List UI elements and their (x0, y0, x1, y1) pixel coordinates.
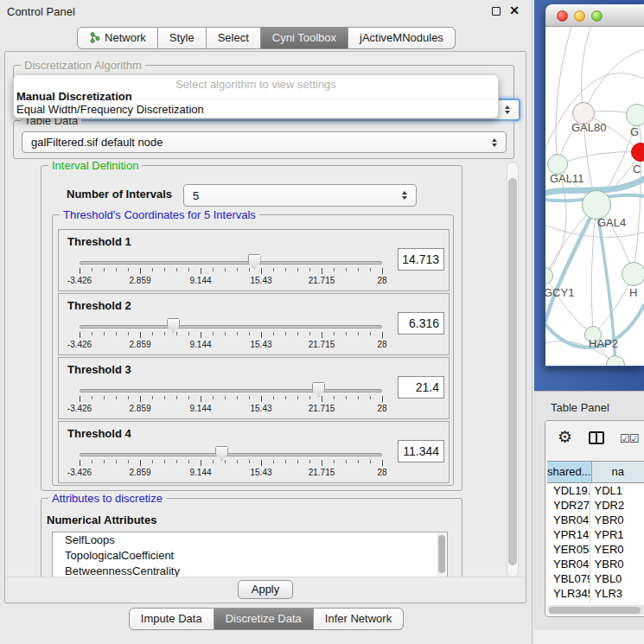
scrollbar-thumb[interactable] (508, 178, 517, 565)
table-row[interactable]: YER054CYER0 (547, 542, 644, 557)
tab-jactivemnodules[interactable]: jActiveMNodules (348, 27, 456, 49)
tick-mark (225, 268, 226, 271)
table-data-combo[interactable]: galFiltered.sif default node (22, 131, 507, 153)
gear-icon[interactable]: ⚙ (558, 429, 572, 445)
group-title: Attributes to discretize (48, 492, 166, 505)
number-of-intervals-combo[interactable]: 5 (183, 184, 417, 207)
tick-mark (140, 268, 141, 274)
network-node-g[interactable] (626, 104, 644, 126)
menu-item-manual-discretization[interactable]: Manual Discretization (16, 90, 132, 103)
tick-mark (346, 396, 347, 399)
tick-label: 21.715 (309, 468, 335, 477)
tick-mark (128, 268, 129, 271)
tab-label: Select (218, 31, 249, 44)
tick-label: 9.144 (189, 404, 211, 413)
tab-cyni-toolbox[interactable]: Cyni Toolbox (261, 27, 348, 49)
tick-mark (297, 332, 298, 335)
threshold-value-field[interactable]: 11.344 (398, 440, 444, 462)
threshold-value-field[interactable]: 14.713 (398, 248, 444, 271)
attribute-item-topologicalcoefficient[interactable]: TopologicalCoefficient (53, 548, 447, 564)
table-cell: YLR345W (547, 586, 590, 601)
tick-mark (297, 396, 298, 399)
tick-mark (237, 396, 238, 399)
network-node-c[interactable] (631, 143, 644, 162)
table-row[interactable]: YBR045CYBR0 (547, 557, 644, 571)
network-node-h[interactable] (622, 262, 644, 286)
tick-mark (188, 460, 189, 463)
threshold-label: Threshold 1 (67, 235, 131, 248)
tick-mark (92, 396, 92, 399)
tick-mark (104, 396, 105, 399)
slider-track[interactable] (80, 261, 382, 265)
tick-label: 2.859 (129, 276, 150, 285)
table-row[interactable]: YIL052CYIL0 (547, 601, 644, 604)
attribute-item-selfloops[interactable]: SelfLoops (53, 532, 447, 548)
split-columns-icon[interactable] (589, 431, 604, 444)
table-row[interactable]: YDR27...YDR2 (547, 498, 644, 513)
tab-network[interactable]: Network (77, 27, 158, 49)
threshold-value-field[interactable]: 21.4 (398, 376, 444, 399)
attribute-item-betweennesscentrality[interactable]: BetweennessCentrality (53, 564, 447, 577)
minimize-traffic-light[interactable] (574, 10, 585, 22)
tick-mark (104, 460, 105, 463)
node-label-gal4: GAL4 (597, 216, 626, 229)
tab-infer-network[interactable]: Infer Network (314, 608, 404, 630)
tick-mark (382, 332, 383, 338)
tab-style[interactable]: Style (158, 27, 207, 49)
menu-item-equal-width-frequency[interactable]: Equal Width/Frequency Discretization (16, 103, 204, 116)
tick-mark (273, 460, 274, 463)
slider-track[interactable] (80, 325, 382, 328)
float-window-icon[interactable] (492, 7, 501, 16)
tick-mark (80, 460, 80, 466)
slider-thumb[interactable] (167, 318, 180, 333)
thresholds-group: Threshold's Coordinates for 5 Intervals … (52, 214, 454, 486)
panel-scrollbar[interactable] (507, 162, 519, 577)
apply-button[interactable]: Apply (238, 580, 294, 599)
tab-discretize-data[interactable]: Discretize Data (214, 608, 314, 630)
interval-definition-group: Interval Definition Number of Intervals … (41, 165, 462, 491)
control-panel-titlebar: Control Panel ✕ (0, 0, 532, 22)
slider-thumb[interactable] (215, 446, 228, 461)
slider-track[interactable] (80, 389, 382, 392)
scrollbar-thumb[interactable] (438, 535, 445, 573)
network-node-gal4[interactable] (582, 190, 611, 220)
table-cell: YIL0 (590, 601, 644, 604)
table-row[interactable]: YDL19...YDL1 (547, 483, 644, 498)
slider-thumb[interactable] (248, 254, 261, 269)
tick-mark (152, 332, 153, 335)
select-columns-icons[interactable]: ☑☑ (620, 432, 638, 445)
slider-track[interactable] (80, 453, 382, 456)
tick-mark (140, 396, 141, 402)
node-label-hap2: HAP2 (589, 337, 618, 350)
tick-mark (358, 396, 359, 399)
tick-label: 21.715 (309, 404, 335, 413)
tab-select[interactable]: Select (207, 27, 261, 49)
table-row[interactable]: YLR345WYLR3 (547, 586, 644, 601)
column-header-shared[interactable]: shared... (547, 462, 592, 482)
tab-label: Cyni Toolbox (272, 31, 336, 44)
tick-mark (309, 460, 310, 463)
column-header-na[interactable]: na (592, 462, 644, 482)
tick-label: 15.43 (250, 276, 271, 285)
threshold-value-field[interactable]: 6.316 (398, 312, 444, 335)
scrollbar-thumb[interactable] (549, 607, 641, 614)
slider-thumb[interactable] (312, 382, 325, 397)
tab-label: Network (105, 31, 146, 44)
table-row[interactable]: YPR145WYPR1 (547, 527, 644, 542)
list-scrollbar[interactable] (437, 533, 446, 577)
table-row[interactable]: YBL079WYBL0 (547, 571, 644, 586)
close-traffic-light[interactable] (557, 10, 568, 22)
tick-mark (128, 396, 129, 399)
tab-impute-data[interactable]: Impute Data (129, 608, 214, 630)
numerical-attributes-list[interactable]: SelfLoopsTopologicalCoefficientBetweenne… (52, 532, 448, 577)
tick-label: 2.859 (129, 340, 150, 349)
group-title: Discretization Algorithm (21, 59, 145, 72)
cyni-mode-tabs: Impute DataDiscretize DataInfer Network (0, 608, 532, 630)
zoom-traffic-light[interactable] (591, 10, 603, 22)
close-icon[interactable]: ✕ (509, 3, 520, 17)
tick-mark (370, 460, 371, 463)
horizontal-scrollbar[interactable] (547, 605, 644, 615)
network-canvas[interactable]: GAL80GCGAL11GAL4GCY1HHAP2 (545, 27, 644, 366)
table-cell: YDL19... (547, 483, 590, 498)
table-row[interactable]: YBR043CYBR0 (547, 513, 644, 527)
